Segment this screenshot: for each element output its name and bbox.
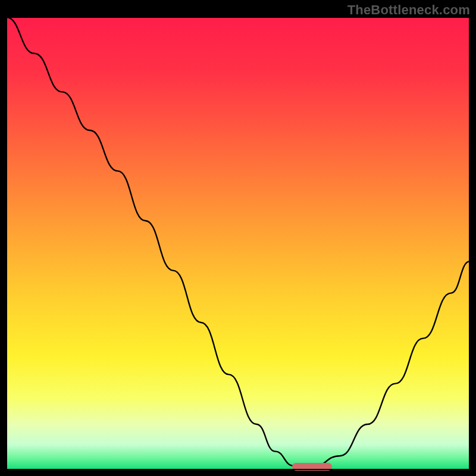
bottleneck-plot <box>0 0 476 476</box>
chart-stage: TheBottleneck.com <box>0 0 476 476</box>
watermark-text: TheBottleneck.com <box>347 2 470 18</box>
svg-rect-1 <box>7 17 469 469</box>
